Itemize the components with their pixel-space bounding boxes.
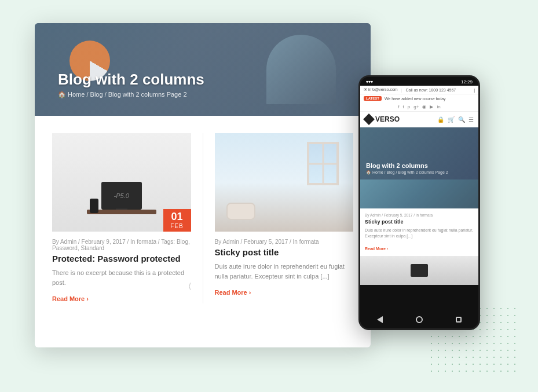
window-cross-v	[322, 144, 324, 183]
search-icon[interactable]: 🔍	[458, 116, 465, 123]
mobile-topbar-left: ✉ info@verso.com | Call us now: 1800 123…	[364, 87, 456, 92]
mobile-nav-icons: 🔒 🛒 🔍 ☰	[437, 116, 474, 123]
room-scene-illustration	[215, 133, 354, 232]
post-image-1: -P5.0 01 FEB	[52, 133, 191, 232]
menu-icon[interactable]: ☰	[469, 116, 474, 123]
mobile-second-post-image	[360, 256, 478, 285]
read-more-link-1[interactable]: Read More ›	[52, 295, 89, 302]
cart-icon[interactable]: 🛒	[448, 116, 455, 123]
share-icon-1[interactable]: ⟨	[188, 281, 191, 291]
desk-speaker-icon	[90, 199, 98, 213]
nav-home-button[interactable]	[415, 315, 424, 324]
mobile-email: ✉ info@verso.com	[364, 87, 398, 92]
mobile-logo-text: VERSO	[375, 115, 400, 123]
post-title-1: Protected: Password protected	[52, 254, 191, 263]
latest-badge: LATEST	[364, 96, 382, 101]
mobile-hero-title: Blog with 2 columns	[366, 162, 448, 169]
mobile-latest-bar: LATEST We have added new course today	[360, 94, 478, 102]
hero-title: Blog with 2 columns	[58, 71, 204, 89]
date-day-1: 01	[163, 211, 191, 223]
nav-back-button[interactable]	[375, 315, 385, 324]
mobile-time: 12:29	[461, 79, 473, 85]
read-more-link-2[interactable]: Read More ›	[215, 289, 251, 296]
mobile-read-more-link[interactable]: Read More ›	[365, 247, 388, 251]
post-excerpt-2: Duis aute irure dolor in reprehenderit e…	[215, 262, 354, 281]
social-icon-youtube[interactable]: ▶	[430, 104, 433, 109]
mobile-post-image	[360, 179, 478, 208]
mobile-bottom-navbar	[360, 311, 478, 328]
mobile-logo-diamond-icon	[363, 113, 375, 125]
mobile-post-meta: By Admin / February 5, 2017 / In formata	[365, 213, 474, 217]
desktop-mockup: Blog with 2 columns 🏠 Home / Blog / Blog…	[35, 23, 371, 347]
mobile-people-scene	[360, 179, 478, 208]
nav-recents-button[interactable]	[454, 315, 463, 324]
post-card-1: -P5.0 01 FEB By Admin / February 9, 2017…	[52, 133, 203, 303]
hero-text-block: Blog with 2 columns 🏠 Home / Blog / Blog…	[58, 71, 204, 98]
post-image-2	[215, 133, 354, 232]
mobile-post-title: Sticky post title	[365, 219, 474, 225]
home-circle-icon	[416, 316, 423, 323]
mobile-hero-text: Blog with 2 columns 🏠 Home / Blog / Blog…	[366, 162, 448, 175]
social-icon-twitter[interactable]: t	[403, 104, 404, 109]
hero-breadcrumb: 🏠 Home / Blog / Blog with 2 columns Page…	[58, 91, 204, 98]
date-badge-1: 01 FEB	[163, 209, 191, 232]
desktop-content-area: -P5.0 01 FEB By Admin / February 9, 2017…	[35, 116, 371, 315]
topbar-separator-1: |	[401, 88, 402, 92]
mobile-phone: Call us now: 1800 123 4567	[405, 88, 456, 92]
mobile-logo[interactable]: VERSO	[365, 115, 400, 123]
social-icon-linkedin[interactable]: in	[437, 104, 440, 109]
post-title-2: Sticky post title	[215, 247, 354, 257]
latest-text: We have added new course today	[385, 97, 446, 101]
mobile-hero-breadcrumb: 🏠 Home / Blog / Blog with 2 columns Page…	[366, 170, 448, 175]
mobile-hero: Blog with 2 columns 🏠 Home / Blog / Blog…	[360, 127, 478, 179]
date-month-1: FEB	[163, 223, 191, 229]
mobile-post-card: By Admin / February 5, 2017 / In formata…	[360, 179, 478, 256]
desk-monitor-icon: -P5.0	[101, 182, 142, 210]
mobile-topbar: ✉ info@verso.com | Call us now: 1800 123…	[360, 86, 478, 94]
room-pillow-icon	[226, 203, 255, 220]
room-window-icon	[307, 142, 339, 185]
social-icon-instagram[interactable]: ◉	[422, 104, 426, 109]
social-icon-pinterest[interactable]: p	[408, 104, 410, 109]
post-meta-1: By Admin / February 9, 2017 / In formata…	[52, 239, 191, 251]
lock-icon[interactable]: 🔒	[437, 116, 444, 123]
mobile-status-left: ▾▾▾	[366, 79, 373, 85]
social-icon-facebook[interactable]: f	[398, 104, 399, 109]
mobile-nav: VERSO 🔒 🛒 🔍 ☰	[360, 112, 478, 127]
mobile-social-bar: f t p g+ ◉ ▶ in	[360, 102, 478, 112]
post-excerpt-1: There is no excerpt because this is a pr…	[52, 268, 191, 287]
post-meta-2: By Admin / February 5, 2017 / In formata	[215, 239, 354, 245]
desktop-hero: Blog with 2 columns 🏠 Home / Blog / Blog…	[35, 23, 371, 116]
post-card-2: By Admin / February 5, 2017 / In formata…	[203, 133, 354, 303]
social-icon-google[interactable]: g+	[413, 104, 419, 109]
mobile-desk-small	[360, 256, 478, 285]
mobile-mini-monitor-icon	[411, 264, 428, 277]
mobile-mockup: ▾▾▾ 12:29 ✉ info@verso.com | Call us now…	[358, 75, 480, 330]
back-arrow-icon	[377, 316, 383, 323]
mobile-post-excerpt: Duis aute irure dolor in reprehenderit e…	[365, 228, 474, 239]
mobile-people-overlay	[360, 179, 478, 208]
mobile-status-bar: ▾▾▾ 12:29	[360, 77, 478, 86]
mobile-post-content: By Admin / February 5, 2017 / In formata…	[360, 208, 478, 256]
topbar-separator-2: |	[474, 88, 475, 92]
recents-square-icon	[456, 317, 462, 323]
